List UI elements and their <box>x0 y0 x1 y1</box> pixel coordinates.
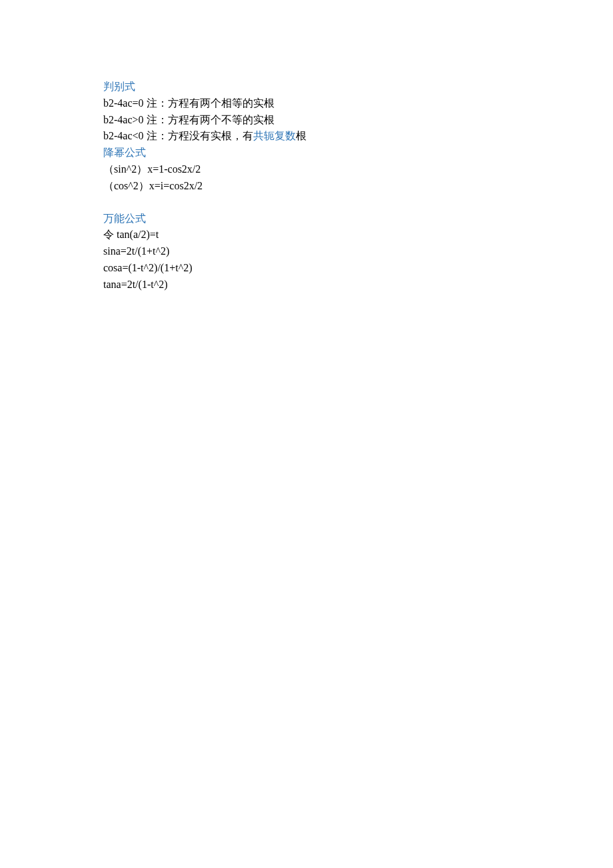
section-heading-power-reduction: 降幂公式 <box>103 145 613 161</box>
document-content: 判别式 b2-4ac=0 注：方程有两个相等的实根 b2-4ac>0 注：方程有… <box>103 79 613 293</box>
text-line: b2-4ac>0 注：方程有两个不等的实根 <box>103 112 613 129</box>
text-prefix: b2-4ac<0 注：方程没有实根，有 <box>103 130 253 141</box>
section-heading-discriminant: 判别式 <box>103 79 613 95</box>
section-gap <box>103 195 613 211</box>
text-line: b2-4ac<0 注：方程没有实根，有共轭复数根 <box>103 128 613 145</box>
text-line: 令 tan(a/2)=t <box>103 227 613 243</box>
text-line: cosa=(1-t^2)/(1+t^2) <box>103 260 613 277</box>
text-line: sina=2t/(1+t^2) <box>103 243 613 260</box>
heading-link-power-reduction[interactable]: 降幂公式 <box>103 147 146 158</box>
inline-link-conjugate[interactable]: 共轭复数 <box>253 130 296 141</box>
text-line: b2-4ac=0 注：方程有两个相等的实根 <box>103 95 613 112</box>
section-heading-universal: 万能公式 <box>103 211 613 227</box>
heading-link-discriminant[interactable]: 判别式 <box>103 81 135 92</box>
text-line: tana=2t/(1-t^2) <box>103 277 613 293</box>
text-line: （cos^2）x=i=cos2x/2 <box>103 178 613 195</box>
heading-link-universal[interactable]: 万能公式 <box>103 213 146 224</box>
text-line: （sin^2）x=1-cos2x/2 <box>103 161 613 178</box>
text-suffix: 根 <box>296 130 306 141</box>
